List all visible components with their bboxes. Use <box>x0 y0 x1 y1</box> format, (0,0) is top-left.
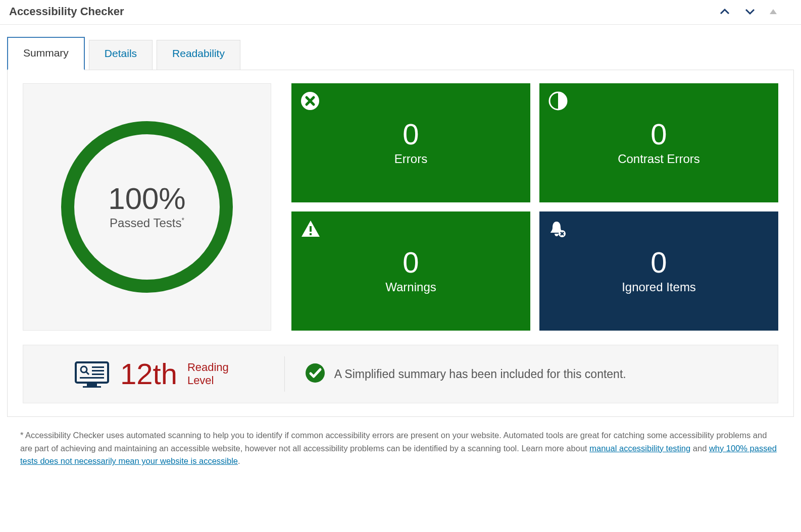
svg-rect-10 <box>92 370 104 371</box>
passed-ring: 100% Passed Tests* <box>61 121 233 293</box>
svg-rect-12 <box>80 377 104 379</box>
simplified-summary-text: A Simplified summary has been included f… <box>334 367 626 381</box>
divider <box>284 356 285 392</box>
passed-tests-card: 100% Passed Tests* <box>23 83 271 331</box>
svg-rect-2 <box>310 226 312 232</box>
errors-icon <box>301 91 320 113</box>
header-controls <box>719 6 777 17</box>
errors-label: Errors <box>394 152 427 166</box>
reading-grade: 12th <box>120 359 177 389</box>
manual-testing-link[interactable]: manual accessibility testing <box>589 444 690 453</box>
svg-point-13 <box>306 363 325 383</box>
summary-top-row: 100% Passed Tests* 0 Errors 0 <box>23 83 778 331</box>
reading-line1: Reading <box>187 361 229 374</box>
contrast-errors-card[interactable]: 0 Contrast Errors <box>539 83 778 202</box>
chevron-down-icon[interactable] <box>744 6 756 17</box>
svg-rect-11 <box>92 374 104 375</box>
simplified-summary-block: A Simplified summary has been included f… <box>305 363 758 385</box>
errors-card[interactable]: 0 Errors <box>291 83 530 202</box>
reading-line2: Level <box>187 374 229 387</box>
footnote-suffix: . <box>238 456 240 465</box>
contrast-icon <box>548 91 568 113</box>
tabs: Summary Details Readability <box>0 25 801 70</box>
chevron-up-icon[interactable] <box>719 6 730 17</box>
progress-ring-icon <box>61 121 233 293</box>
svg-rect-6 <box>87 384 97 386</box>
collapse-icon[interactable] <box>770 9 777 14</box>
panel-title: Accessibility Checker <box>9 5 124 18</box>
ignored-value: 0 <box>650 248 667 277</box>
warnings-label: Warnings <box>385 280 436 294</box>
svg-rect-5 <box>76 362 108 383</box>
reading-level-block: 12th Reading Level <box>74 359 264 389</box>
errors-value: 0 <box>403 120 419 149</box>
svg-rect-9 <box>92 366 104 368</box>
reading-level-icon <box>74 360 110 388</box>
bell-muted-icon <box>548 220 567 241</box>
warning-icon <box>301 220 321 240</box>
tab-summary[interactable]: Summary <box>7 37 85 70</box>
tab-readability[interactable]: Readability <box>157 40 240 70</box>
tab-content: 100% Passed Tests* 0 Errors 0 <box>7 70 794 417</box>
svg-rect-3 <box>310 233 312 235</box>
contrast-value: 0 <box>650 120 667 149</box>
warnings-value: 0 <box>403 248 419 277</box>
footnote-mid: and <box>693 444 709 453</box>
contrast-label: Contrast Errors <box>618 152 700 166</box>
ignored-items-card[interactable]: 0 Ignored Items <box>539 211 778 331</box>
footnote: * Accessibility Checker uses automated s… <box>20 429 781 468</box>
ignored-label: Ignored Items <box>622 280 696 294</box>
check-circle-icon <box>305 363 325 385</box>
reading-level-label: Reading Level <box>187 361 229 388</box>
svg-rect-7 <box>83 386 101 388</box>
bottom-bar: 12th Reading Level A Simplified summary … <box>23 345 778 403</box>
panel-header: Accessibility Checker <box>0 0 801 25</box>
tab-details[interactable]: Details <box>89 40 153 70</box>
warnings-card[interactable]: 0 Warnings <box>291 211 530 331</box>
stat-grid: 0 Errors 0 Contrast Errors 0 Warnings <box>291 83 778 331</box>
